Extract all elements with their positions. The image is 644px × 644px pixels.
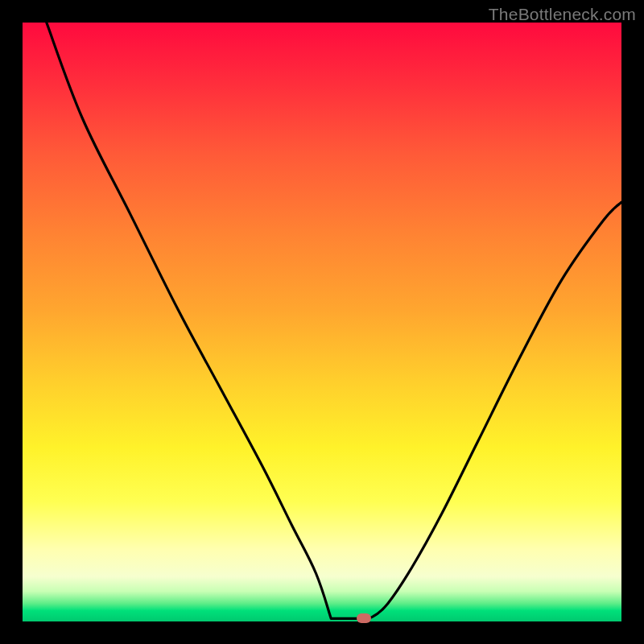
plot-area xyxy=(23,23,621,621)
minimum-marker xyxy=(357,613,371,623)
curve-path xyxy=(47,23,621,618)
bottleneck-curve xyxy=(23,23,621,621)
chart-frame: TheBottleneck.com xyxy=(0,0,644,644)
watermark-text: TheBottleneck.com xyxy=(489,5,636,24)
